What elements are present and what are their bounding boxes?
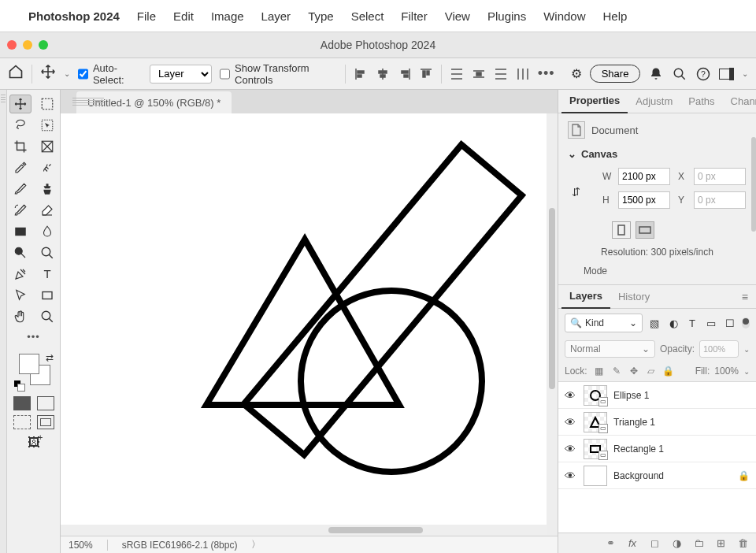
screen-mode-2-icon[interactable] — [37, 415, 54, 429]
maximize-window-button[interactable] — [39, 40, 48, 50]
tab-adjustments[interactable]: Adjustm — [628, 90, 680, 113]
distribute-bottom-icon[interactable] — [494, 66, 508, 82]
layer-effects-icon[interactable]: fx — [625, 536, 639, 551]
horizontal-scrollbar[interactable] — [61, 525, 547, 536]
blend-mode-select[interactable]: Normal⌄ — [565, 340, 655, 358]
dock-handle[interactable] — [0, 90, 7, 553]
lock-icon[interactable]: 🔒 — [738, 470, 750, 481]
menu-type[interactable]: Type — [308, 9, 334, 23]
tab-channels[interactable]: Channe — [723, 90, 756, 113]
workspace-chevron-icon[interactable]: ⌄ — [742, 69, 748, 78]
path-select-tool[interactable] — [9, 286, 32, 305]
layer-thumbnail[interactable] — [584, 466, 607, 486]
align-top-icon[interactable] — [420, 66, 434, 82]
history-brush-tool[interactable] — [9, 201, 32, 220]
lock-position-icon[interactable]: ✥ — [627, 364, 641, 378]
mode-label[interactable]: Mode — [568, 265, 747, 276]
layer-thumbnail[interactable]: ▭ — [584, 385, 607, 406]
layer-mask-icon[interactable]: ◻ — [647, 536, 662, 551]
menu-edit[interactable]: Edit — [173, 9, 194, 23]
share-button[interactable]: Share — [590, 65, 641, 83]
menu-select[interactable]: Select — [351, 9, 384, 23]
blur-tool[interactable] — [36, 222, 58, 241]
lock-all-icon[interactable]: 🔒 — [662, 364, 676, 378]
filter-smart-icon[interactable]: ☐ — [723, 316, 737, 330]
crop-tool[interactable] — [9, 137, 32, 156]
gradient-tool[interactable] — [9, 222, 32, 241]
layer-name[interactable]: Ellipse 1 — [613, 390, 649, 401]
filter-adjust-icon[interactable]: ◐ — [666, 316, 680, 330]
object-select-tool[interactable] — [36, 116, 58, 135]
swap-colors-icon[interactable]: ⇄ — [46, 352, 54, 363]
auto-select-check[interactable]: Auto-Select: — [78, 62, 142, 86]
width-input[interactable] — [618, 168, 670, 185]
tab-properties[interactable]: Properties — [561, 90, 628, 113]
hand-tool[interactable] — [9, 307, 32, 326]
zoom-tool-2[interactable] — [36, 243, 58, 262]
gear-icon[interactable]: ⚙ — [571, 66, 582, 81]
show-transform-check[interactable]: Show Transform Controls — [220, 62, 337, 86]
menu-help[interactable]: Help — [603, 9, 628, 23]
clone-stamp-tool[interactable] — [36, 180, 58, 199]
move-tool[interactable] — [9, 95, 32, 113]
link-layers-icon[interactable]: ⚭ — [603, 536, 617, 551]
lasso-tool[interactable] — [9, 116, 32, 135]
foreground-color[interactable] — [19, 354, 39, 374]
y-input[interactable] — [694, 191, 746, 209]
opacity-input[interactable]: 100% — [699, 340, 739, 358]
visibility-toggle-icon[interactable]: 👁 — [565, 469, 577, 482]
tool-preset-chevron-icon[interactable]: ⌄ — [64, 69, 70, 78]
standard-mode-icon[interactable] — [13, 396, 31, 410]
visibility-toggle-icon[interactable]: 👁 — [565, 443, 577, 455]
visibility-toggle-icon[interactable]: 👁 — [565, 416, 577, 429]
align-hcenter-icon[interactable] — [376, 66, 390, 82]
canvas[interactable] — [61, 113, 547, 525]
tab-layers[interactable]: Layers — [561, 285, 610, 309]
vertical-scrollbar[interactable] — [547, 113, 558, 520]
lock-transparency-icon[interactable]: ▦ — [592, 364, 606, 378]
new-document-icon[interactable]: 🖼 — [28, 436, 40, 450]
layer-row[interactable]: 👁 Background 🔒 — [558, 462, 756, 489]
zoom-level[interactable]: 150% — [69, 540, 93, 551]
workspace-mode-icon[interactable] — [718, 65, 734, 83]
distribute-vcenter-icon[interactable] — [472, 66, 486, 82]
close-window-button[interactable] — [7, 40, 17, 50]
home-button[interactable] — [8, 64, 24, 84]
link-dimensions-icon[interactable]: ⇵ — [568, 186, 584, 198]
auto-select-dropdown[interactable]: Layer — [150, 65, 212, 84]
orientation-landscape[interactable] — [636, 221, 654, 239]
layer-row[interactable]: 👁 ▭ Rectangle 1 — [558, 436, 756, 462]
delete-layer-icon[interactable]: 🗑 — [736, 536, 750, 551]
shape-ellipse[interactable] — [301, 291, 482, 472]
x-input[interactable] — [694, 168, 746, 185]
color-swatches[interactable]: ⇄ — [16, 354, 52, 388]
eraser-tool[interactable] — [36, 201, 58, 220]
properties-scrollbar[interactable] — [751, 137, 756, 280]
menu-view[interactable]: View — [445, 9, 470, 23]
align-left-icon[interactable] — [354, 66, 368, 82]
tab-history[interactable]: History — [610, 285, 658, 309]
tab-paths[interactable]: Paths — [680, 90, 722, 113]
edit-toolbar-icon[interactable]: ••• — [27, 331, 40, 343]
healing-brush-tool[interactable] — [36, 158, 58, 177]
filter-shape-icon[interactable]: ▭ — [704, 316, 718, 330]
marquee-tool[interactable] — [36, 95, 58, 113]
chevron-down-icon[interactable]: ⌄ — [743, 345, 750, 354]
menu-image[interactable]: Image — [211, 9, 244, 23]
menu-plugins[interactable]: Plugins — [487, 9, 526, 23]
show-transform-checkbox[interactable] — [220, 69, 230, 80]
help-icon[interactable]: ? — [695, 65, 711, 83]
layer-name[interactable]: Background — [613, 470, 664, 481]
app-name[interactable]: Photoshop 2024 — [28, 9, 120, 23]
visibility-toggle-icon[interactable]: 👁 — [565, 389, 577, 402]
frame-tool[interactable] — [36, 137, 58, 156]
color-profile[interactable]: sRGB IEC61966-2.1 (8bpc) — [122, 540, 238, 551]
more-options-icon[interactable]: ••• — [538, 65, 555, 82]
minimize-window-button[interactable] — [23, 40, 32, 50]
rectangle-tool[interactable] — [36, 286, 58, 305]
new-layer-icon[interactable]: ⊞ — [713, 536, 728, 551]
menu-file[interactable]: File — [137, 9, 156, 23]
pen-tool[interactable] — [9, 265, 32, 284]
distribute-left-icon[interactable] — [516, 66, 530, 82]
menu-window[interactable]: Window — [543, 9, 585, 23]
